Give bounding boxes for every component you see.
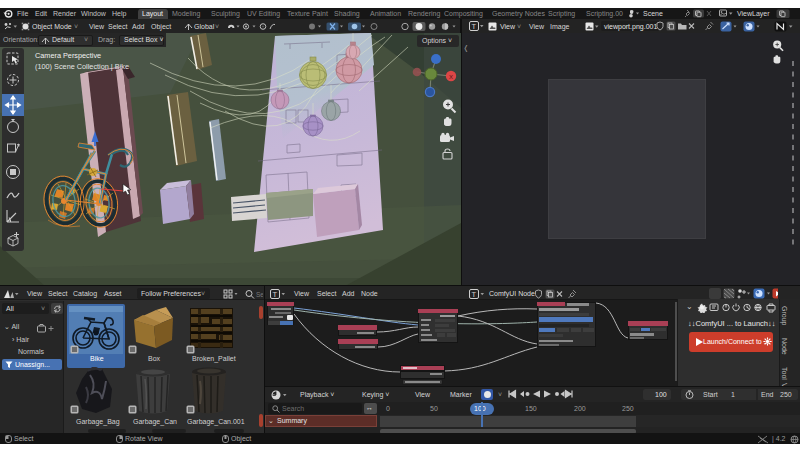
svg-text:T: T [273, 289, 278, 298]
svg-text:(100) Scene Collection | Bike: (100) Scene Collection | Bike [35, 62, 129, 71]
svg-text:T: T [472, 289, 477, 298]
svg-text:X: X [449, 74, 453, 80]
svg-text:Se: Se [256, 291, 263, 298]
svg-text:T: T [472, 22, 477, 31]
svg-text:Camera Perspective: Camera Perspective [35, 51, 101, 60]
